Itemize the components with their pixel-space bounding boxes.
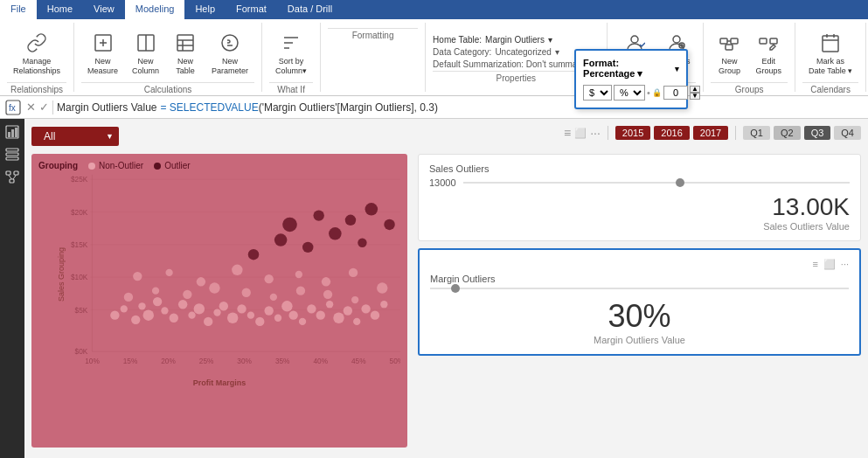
card-more-icon[interactable]: ···: [841, 259, 849, 270]
svg-point-86: [333, 313, 344, 323]
svg-point-85: [326, 301, 333, 308]
year-2016-button[interactable]: 2016: [654, 126, 689, 140]
mark-as-date-table-button[interactable]: Mark asDate Table ▾: [802, 26, 858, 80]
year-2017-button[interactable]: 2017: [693, 126, 728, 140]
chart-legend: Grouping Non-Outlier Outlier: [38, 161, 400, 170]
q4-button[interactable]: Q4: [834, 126, 861, 140]
percent-select[interactable]: %: [614, 85, 645, 101]
svg-rect-27: [8, 132, 10, 137]
main-layout: All ▼ ≡ ⬜ ··· 2015 2016 2017 Q1 Q2 Q3 Q4: [0, 119, 868, 458]
new-measure-button[interactable]: NewMeasure: [81, 26, 124, 80]
margin-slider-row: [430, 288, 849, 289]
svg-point-12: [673, 36, 680, 43]
svg-rect-28: [11, 129, 14, 137]
qtr-separator: [735, 126, 736, 140]
ribbon-tabs: File Home View Modeling Help Format Data…: [0, 0, 868, 19]
currency-select[interactable]: $ €: [583, 85, 612, 101]
margin-slider-thumb[interactable]: [451, 284, 460, 293]
svg-point-65: [153, 297, 162, 306]
tab-help[interactable]: Help: [184, 0, 226, 19]
manage-relationships-button[interactable]: ManageRelationships: [7, 26, 66, 80]
svg-text:fx: fx: [9, 103, 16, 113]
card-expand-icon[interactable]: ⬜: [823, 259, 836, 270]
svg-rect-14: [720, 38, 727, 44]
all-dropdown[interactable]: All: [31, 127, 119, 146]
svg-point-106: [264, 274, 273, 283]
new-parameter-button[interactable]: NewParameter: [205, 26, 254, 80]
column-icon: [134, 31, 158, 55]
svg-point-116: [345, 215, 356, 226]
sales-big-value: 13.00K: [763, 193, 850, 221]
svg-point-72: [213, 309, 220, 316]
sales-slider-thumb[interactable]: [676, 178, 684, 187]
svg-rect-16: [726, 45, 733, 50]
svg-point-68: [178, 300, 187, 309]
formula-separator: [52, 101, 53, 114]
edit-groups-button[interactable]: EditGroups: [749, 26, 788, 80]
svg-point-115: [329, 227, 342, 240]
ribbon-area: ManageRelationships Relationships NewMea…: [0, 19, 868, 96]
sidebar-data-icon[interactable]: [3, 145, 22, 164]
expand-icon[interactable]: ≡: [564, 126, 571, 140]
formatting-group-label: Formatting: [328, 28, 418, 40]
home-table-property: Home Table: Margin Outliers ▾: [433, 35, 599, 45]
sales-slider-track[interactable]: [463, 182, 850, 184]
sales-value-section: 13.00K Sales Outliers Value: [429, 193, 850, 232]
dropdown-container: All ▼: [31, 127, 119, 146]
sidebar-report-icon[interactable]: [3, 122, 22, 142]
q2-button[interactable]: Q2: [774, 126, 801, 140]
new-group-button[interactable]: NewGroup: [711, 26, 747, 80]
year-2015-button[interactable]: 2015: [615, 126, 650, 140]
svg-point-110: [248, 249, 259, 260]
tab-file[interactable]: File: [0, 0, 37, 19]
more-icon[interactable]: ···: [590, 126, 601, 140]
tab-home[interactable]: Home: [37, 0, 83, 19]
ribbon-group-relationships: ManageRelationships Relationships: [0, 23, 74, 92]
svg-text:50%: 50%: [390, 357, 400, 365]
svg-point-101: [377, 282, 387, 293]
sidebar-model-icon[interactable]: [3, 168, 22, 187]
svg-rect-35: [10, 179, 14, 183]
legend-outlier: Outlier: [154, 161, 190, 170]
margin-slider-track[interactable]: [430, 288, 849, 289]
card-menu-icon[interactable]: ≡: [812, 259, 817, 270]
maximize-icon[interactable]: ⬜: [574, 128, 587, 139]
scatter-chart: Grouping Non-Outlier Outlier Sales Group…: [31, 154, 407, 448]
svg-point-76: [247, 312, 254, 319]
svg-point-96: [242, 288, 251, 297]
ribbon-group-sort: Sort byColumn▾ What If: [262, 23, 321, 92]
formula-cancel-button[interactable]: ✕: [26, 101, 36, 114]
svg-point-109: [349, 268, 358, 277]
new-table-button[interactable]: NewTable: [167, 26, 204, 80]
tab-format[interactable]: Format: [226, 0, 277, 19]
svg-point-102: [133, 272, 142, 281]
decimal-input[interactable]: [663, 86, 688, 100]
svg-point-89: [361, 304, 370, 313]
svg-point-83: [307, 304, 316, 313]
svg-text:40%: 40%: [313, 357, 328, 365]
filter-bar: ≡ ⬜ ··· 2015 2016 2017 Q1 Q2 Q3 Q4: [564, 126, 861, 140]
sort-by-column-button[interactable]: Sort byColumn▾: [269, 26, 313, 80]
svg-text:$0K: $0K: [75, 347, 88, 356]
tab-data-drill[interactable]: Data / Drill: [277, 0, 343, 19]
new-column-button[interactable]: NewColumn: [126, 26, 165, 80]
table-icon: [173, 31, 198, 55]
spinner-down[interactable]: ▼: [690, 93, 700, 100]
formula-bar: fx ✕ ✓ Margin Outliers Value = SELECTEDV…: [0, 96, 868, 119]
tab-view[interactable]: View: [83, 0, 125, 19]
non-outlier-label: Non-Outlier: [99, 161, 143, 170]
format-row: $ € % • 🔒 ▲ ▼: [583, 85, 679, 101]
svg-point-117: [365, 203, 378, 216]
sort-group-label: What If: [269, 82, 313, 94]
svg-rect-33: [6, 171, 10, 175]
field-icon: fx: [3, 98, 23, 117]
formula-confirm-button[interactable]: ✓: [39, 101, 49, 114]
legend-non-outlier: Non-Outlier: [88, 161, 143, 170]
svg-point-99: [323, 290, 332, 299]
sales-small-value: 13000: [429, 177, 456, 188]
tab-modeling[interactable]: Modeling: [125, 0, 185, 19]
svg-point-100: [351, 296, 358, 303]
svg-rect-29: [15, 128, 17, 137]
q3-button[interactable]: Q3: [804, 126, 831, 140]
q1-button[interactable]: Q1: [743, 126, 770, 140]
